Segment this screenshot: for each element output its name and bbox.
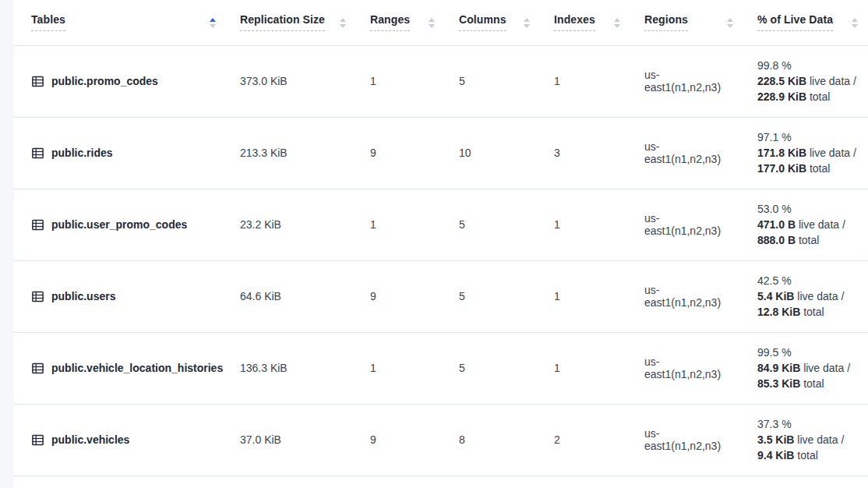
tables-list-page: Tables Replication Size Ranges Columns [0,0,868,488]
columns-cell: 10 [445,117,540,189]
live-data-percent: 99.8 % [757,58,863,73]
table-row: public.user_promo_codes 23.2 KiB 1 5 1 u… [14,189,868,260]
table-name-link[interactable]: public.rides [51,147,113,159]
column-header-indexes[interactable]: Indexes [540,0,630,45]
sort-ascending-icon[interactable] [727,18,733,22]
table-row: public.promo_codes 373.0 KiB 1 5 1 us-ea… [14,45,868,117]
indexes-cell: 1 [540,45,630,117]
replication-size-cell: 64.6 KiB [226,260,356,332]
page-background-strip [0,0,14,488]
sort-arrows-icon[interactable] [851,16,859,28]
live-data-cell: 97.1 % 171.8 KiB live data / 177.0 KiB t… [743,117,868,189]
column-header-regions[interactable]: Regions [630,0,743,45]
total-size: 888.0 B [757,234,796,246]
ranges-cell: 9 [356,260,445,332]
table-name-link[interactable]: public.vehicles [51,433,129,446]
column-header-label[interactable]: Columns [459,13,506,31]
table-icon [31,218,44,232]
columns-cell: 5 [445,332,540,404]
table-icon [31,147,44,160]
sort-ascending-icon[interactable] [524,18,530,22]
indexes-cell: 1 [540,189,630,260]
table-name-cell: public.vehicles [14,404,226,476]
live-data-size: 3.5 KiB [757,433,794,446]
table-name-cell: public.vehicle_location_histories [14,332,226,404]
ranges-cell: 9 [356,117,445,189]
sort-ascending-icon[interactable] [614,18,620,22]
live-data-cell: 37.3 % 3.5 KiB live data / 9.4 KiB total [743,404,868,476]
table-icon [31,75,44,88]
sort-ascending-icon[interactable] [852,18,858,22]
column-header-ranges[interactable]: Ranges [356,0,445,45]
indexes-cell: 3 [540,117,630,189]
live-data-size-line: 228.5 KiB live data / [757,73,863,89]
sort-arrows-icon[interactable] [339,16,347,28]
regions-cell: us-east1(n1,n2,n3) [630,117,743,189]
column-header-tables[interactable]: Tables [14,0,226,45]
database-tables-table: Tables Replication Size Ranges Columns [14,0,868,476]
sort-descending-icon[interactable] [524,24,530,28]
total-suffix: total [794,449,817,461]
live-data-cell: 42.5 % 5.4 KiB live data / 12.8 KiB tota… [743,260,868,332]
column-header-label[interactable]: Regions [644,13,688,31]
total-size-line: 228.9 KiB total [757,89,863,104]
live-data-cell: 53.0 % 471.0 B live data / 888.0 B total [743,189,868,260]
regions-cell: us-east1(n1,n2,n3) [630,332,743,404]
sort-ascending-icon[interactable] [210,18,216,22]
live-data-suffix: live data / [794,290,844,302]
sort-ascending-icon[interactable] [340,18,346,22]
table-row: public.vehicle_location_histories 136.3 … [14,332,868,404]
column-header-label[interactable]: Tables [31,13,65,31]
tables-panel: Tables Replication Size Ranges Columns [14,0,868,476]
total-size: 228.9 KiB [757,90,806,103]
live-data-size: 228.5 KiB [757,75,806,87]
column-header-replication-size[interactable]: Replication Size [226,0,356,45]
total-size: 9.4 KiB [757,449,794,461]
column-header-label[interactable]: Indexes [554,13,595,31]
sort-arrows-icon[interactable] [428,16,436,28]
live-data-suffix: live data / [806,75,856,87]
column-header-label[interactable]: Ranges [370,13,410,31]
live-data-suffix: live data / [800,362,850,374]
live-data-cell: 99.8 % 228.5 KiB live data / 228.9 KiB t… [743,45,868,117]
table-row: public.rides 213.3 KiB 9 10 3 us-east1(n… [14,117,868,189]
table-icon [31,290,44,303]
sort-ascending-icon[interactable] [429,18,435,22]
sort-descending-icon[interactable] [340,24,346,28]
total-size: 12.8 KiB [757,306,800,318]
columns-cell: 5 [445,45,540,117]
live-data-percent: 37.3 % [757,416,863,432]
column-header-of-live-data[interactable]: % of Live Data [743,0,868,45]
sort-arrows-icon[interactable] [209,16,217,28]
regions-cell: us-east1(n1,n2,n3) [630,260,743,332]
total-size: 177.0 KiB [757,162,806,175]
table-name-link[interactable]: public.vehicle_location_histories [51,362,223,374]
total-size-line: 85.3 KiB total [757,376,863,391]
sort-arrows-icon[interactable] [613,16,621,28]
table-name-link[interactable]: public.user_promo_codes [51,218,187,231]
live-data-size-line: 171.8 KiB live data / [757,145,863,161]
live-data-size: 84.9 KiB [757,362,800,374]
sort-descending-icon[interactable] [210,24,216,28]
table-name-link[interactable]: public.promo_codes [51,75,158,87]
live-data-size-line: 84.9 KiB live data / [757,360,863,376]
sort-descending-icon[interactable] [852,24,858,28]
replication-size-cell: 37.0 KiB [226,404,356,476]
table-name-cell: public.user_promo_codes [14,189,226,260]
live-data-suffix: live data / [796,218,845,231]
column-header-columns[interactable]: Columns [445,0,540,45]
live-data-percent: 99.5 % [757,345,863,360]
column-header-label[interactable]: % of Live Data [757,13,833,31]
live-data-size-line: 5.4 KiB live data / [757,288,863,304]
total-size-line: 12.8 KiB total [757,304,863,320]
sort-descending-icon[interactable] [727,24,733,28]
total-size: 85.3 KiB [757,377,800,390]
sort-arrows-icon[interactable] [523,16,531,28]
table-name-link[interactable]: public.users [51,290,115,302]
table-icon [31,362,44,375]
sort-descending-icon[interactable] [614,24,620,28]
column-header-label[interactable]: Replication Size [240,13,325,31]
columns-cell: 8 [445,404,540,476]
sort-descending-icon[interactable] [429,24,435,28]
sort-arrows-icon[interactable] [726,16,734,28]
